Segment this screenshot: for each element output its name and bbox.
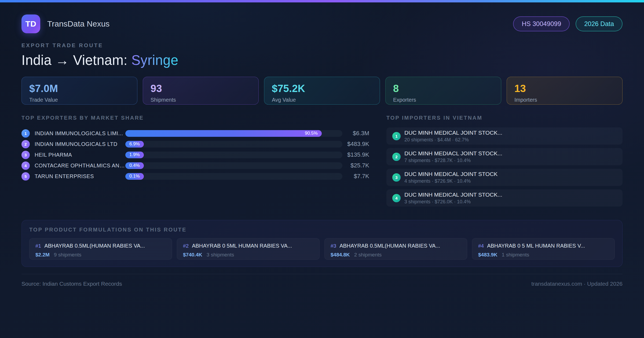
exporters-section: TOP EXPORTERS BY MARKET SHARE 1 INDIAN I…: [21, 115, 369, 207]
exporter-row[interactable]: 2 INDIAN IMMUNOLOGICALS LTD 6.9% $483.9K: [21, 139, 369, 149]
exporter-value: $25.7K: [342, 162, 369, 169]
market-share-bar-track: 1.9%: [125, 152, 342, 158]
page: TD TransData Nexus HS 30049099 2026 Data…: [0, 2, 644, 287]
importer-card[interactable]: 1 DUC MINH MEDICAL JOINT STOCK... 20 shi…: [386, 127, 623, 145]
eyebrow-label: EXPORT TRADE ROUTE: [21, 42, 623, 49]
product-title-line: #4 ABHAYRAB 0 5 ML HUMAN RABIES V...: [478, 243, 609, 249]
footer-source: Source: Indian Customs Export Records: [21, 281, 122, 287]
stat-value: 8: [393, 83, 493, 94]
product-meta-line: $2.2M 9 shipments: [35, 252, 166, 258]
market-share-label: 6.9%: [129, 141, 140, 147]
exporter-name: INDIAN IMMUNOLOGICALS LTD: [35, 141, 125, 147]
product-rank: #4: [478, 243, 484, 249]
product-rank: #1: [35, 243, 41, 249]
rank-badge: 1: [21, 129, 30, 138]
market-share-bar-track: 0.4%: [125, 162, 342, 169]
importer-meta: 4 shipments · $726.9K · 10.4%: [404, 178, 497, 184]
product-card[interactable]: #4 ABHAYRAB 0 5 ML HUMAN RABIES V... $48…: [472, 238, 615, 260]
product-shipments: 9 shipments: [54, 252, 81, 258]
exporter-row[interactable]: 3 HEIL PHARMA 1.9% $135.9K: [21, 149, 369, 160]
exporter-row[interactable]: 4 CONTACARE OPHTHALMICS AND ... 0.4% $25…: [21, 160, 369, 171]
hs-code-badge[interactable]: HS 30049099: [513, 16, 570, 31]
market-share-bar-fill: 0.1%: [125, 173, 144, 180]
market-share-bar-track: 90.5%: [125, 130, 342, 137]
product-value: $483.9K: [478, 252, 497, 258]
market-share-bar-fill: 6.9%: [125, 141, 144, 148]
brand-logo: TD: [21, 14, 40, 33]
brand[interactable]: TD TransData Nexus: [21, 14, 109, 33]
importer-card[interactable]: 3 DUC MINH MEDICAL JOINT STOCK 4 shipmen…: [386, 169, 623, 186]
stat-label: Importers: [514, 97, 615, 103]
importer-name: DUC MINH MEDIACL JOINT STOCK...: [404, 150, 502, 157]
product-cards: #1 ABHAYRAB 0.5ML(HUMAN RABIES VA... $2.…: [29, 238, 615, 260]
market-share-label: 1.9%: [129, 152, 140, 157]
stat-value: $75.2K: [272, 83, 372, 94]
header-badges: HS 30049099 2026 Data: [513, 16, 623, 31]
product-value: $484.8K: [331, 252, 350, 258]
product-name: ABHAYRAB 0 5ML HUMAN RABIES VA...: [192, 243, 292, 249]
stat-label: Exporters: [393, 97, 493, 103]
stat-card-importers: 13 Importers: [507, 77, 623, 105]
exporter-row[interactable]: 1 INDIAN IMMUNOLOGICALS LIMI... 90.5% $6…: [21, 128, 369, 139]
product-meta-line: $740.4K 3 shipments: [183, 252, 313, 258]
rank-badge: 1: [392, 132, 401, 140]
exporter-value: $135.9K: [342, 151, 369, 158]
importer-text: DUC MINH MEDICAL JOINT STOCK... 20 shipm…: [404, 130, 502, 143]
products-panel: TOP PRODUCT FORMULATIONS ON THIS ROUTE #…: [21, 220, 623, 267]
year-data-badge[interactable]: 2026 Data: [576, 16, 623, 31]
importer-card[interactable]: 2 DUC MINH MEDIACL JOINT STOCK... 7 ship…: [386, 148, 623, 165]
product-name: ABHAYRAB 0 5 ML HUMAN RABIES V...: [487, 243, 585, 249]
rank-badge: 3: [21, 151, 30, 159]
rank-badge: 5: [21, 172, 30, 181]
product-card[interactable]: #2 ABHAYRAB 0 5ML HUMAN RABIES VA... $74…: [177, 238, 320, 260]
footer: Source: Indian Customs Export Records tr…: [21, 274, 623, 287]
footer-site-link[interactable]: transdatanexus.com · Updated 2026: [531, 281, 623, 287]
header: TD TransData Nexus HS 30049099 2026 Data: [21, 14, 623, 33]
product-shipments: 1 shipments: [502, 252, 529, 258]
market-share-bar-fill: 90.5%: [125, 130, 322, 137]
product-meta-line: $483.9K 1 shipments: [478, 252, 609, 258]
exporter-row[interactable]: 5 TARUN ENTERPRISES 0.1% $7.7K: [21, 171, 369, 182]
exporter-name: INDIAN IMMUNOLOGICALS LIMI...: [35, 130, 125, 137]
importer-card[interactable]: 4 DUC MINH MEDICAL JOINT STOCK... 3 ship…: [386, 189, 623, 207]
stat-label: Shipments: [151, 97, 251, 103]
exporters-heading: TOP EXPORTERS BY MARKET SHARE: [21, 115, 369, 121]
market-share-label: 0.1%: [129, 174, 140, 179]
product-title-line: #1 ABHAYRAB 0.5ML(HUMAN RABIES VA...: [35, 243, 166, 249]
brand-logo-text: TD: [25, 19, 36, 28]
importer-name: DUC MINH MEDICAL JOINT STOCK: [404, 171, 497, 177]
stat-value: 13: [514, 83, 615, 94]
exporter-name: TARUN ENTERPRISES: [35, 173, 125, 179]
rank-badge: 2: [21, 140, 30, 148]
stat-card-trade-value: $7.0M Trade Value: [21, 77, 137, 105]
importer-meta: 7 shipments · $728.7K · 10.4%: [404, 158, 502, 163]
product-value: $2.2M: [35, 252, 50, 258]
market-share-label: 0.4%: [129, 163, 140, 168]
product-name: ABHAYRAB 0.5ML(HUMAN RABIES VA...: [339, 243, 440, 249]
exporter-value: $6.3M: [342, 130, 369, 137]
importers-section: TOP IMPORTERS IN VIETNAM 1 DUC MINH MEDI…: [386, 115, 623, 207]
stat-label: Avg Value: [272, 97, 372, 103]
products-heading: TOP PRODUCT FORMULATIONS ON THIS ROUTE: [29, 227, 615, 233]
market-share-bar-track: 6.9%: [125, 141, 342, 148]
importer-meta: 3 shipments · $726.0K · 10.4%: [404, 199, 502, 205]
stat-value: $7.0M: [29, 83, 130, 94]
importers-heading: TOP IMPORTERS IN VIETNAM: [386, 115, 623, 121]
market-share-bar-fill: 0.4%: [125, 162, 144, 169]
product-card[interactable]: #1 ABHAYRAB 0.5ML(HUMAN RABIES VA... $2.…: [29, 238, 172, 260]
importer-name: DUC MINH MEDICAL JOINT STOCK...: [404, 192, 502, 198]
stat-value: 93: [151, 83, 251, 94]
columns: TOP EXPORTERS BY MARKET SHARE 1 INDIAN I…: [21, 115, 623, 207]
stat-card-exporters: 8 Exporters: [385, 77, 501, 105]
importer-name: DUC MINH MEDICAL JOINT STOCK...: [404, 130, 502, 136]
importer-text: DUC MINH MEDIACL JOINT STOCK... 7 shipme…: [404, 150, 502, 163]
exporter-name: CONTACARE OPHTHALMICS AND ...: [35, 163, 125, 169]
rank-badge: 3: [392, 173, 401, 182]
rank-badge: 2: [392, 153, 401, 161]
top-accent-bar: [0, 0, 644, 2]
importer-text: DUC MINH MEDICAL JOINT STOCK... 3 shipme…: [404, 192, 502, 205]
product-card[interactable]: #3 ABHAYRAB 0.5ML(HUMAN RABIES VA... $48…: [324, 238, 467, 260]
importer-text: DUC MINH MEDICAL JOINT STOCK 4 shipments…: [404, 171, 497, 184]
exporter-rows: 1 INDIAN IMMUNOLOGICALS LIMI... 90.5% $6…: [21, 128, 369, 182]
product-rank: #2: [183, 243, 189, 249]
